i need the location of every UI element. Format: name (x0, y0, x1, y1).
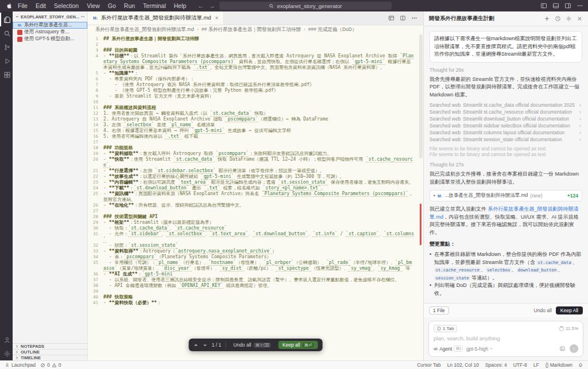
thought-duration[interactable]: Thought for 26s (430, 67, 582, 73)
launchpad-item[interactable]: Launchpad (5, 362, 36, 368)
editor-scrollbar[interactable] (418, 34, 423, 360)
toggle-left-sidebar-icon[interactable] (540, 2, 547, 9)
explorer-section-header[interactable]: OUTLINE (13, 349, 87, 355)
chat-close-icon[interactable] (577, 15, 583, 22)
searched-web-label: Searched web (430, 102, 461, 108)
problems-item[interactable]: 0 0 (40, 362, 61, 368)
status-bar-left: Launchpad 0 0 (5, 362, 61, 368)
web-search-item[interactable]: Searched web Streamlit st.cache_data off… (430, 102, 582, 108)
infinity-icon: ∞ (434, 345, 438, 352)
editor-line: 24 - **下載**：`st.download_button` 產出 `.tx… (88, 185, 423, 191)
explorer-section-header[interactable]: TIMELINE (13, 355, 87, 360)
highlight-text: 在專案根目錄新增 Markdown，整合你提供的兩份 PDF 作為內部知識庫，並… (434, 251, 582, 282)
file-item[interactable]: 使用 Astroquery 查... (13, 29, 87, 36)
status-bar-item[interactable]: UTF-8 (513, 362, 527, 368)
menu-item[interactable]: Selection (50, 2, 83, 9)
settings-gear-icon[interactable] (0, 347, 13, 360)
chat-conversation[interactable]: 請根據以下需求產生一個markdown檔案說明開發規劃並列出工項待辦清單，先不要… (424, 26, 588, 303)
attach-image-icon[interactable] (559, 345, 566, 352)
editor-line: 1 ## 系外行星故事產生器｜開發規劃與工項待辦 (88, 36, 423, 42)
status-bar-item[interactable]: Spaces: 4 (485, 362, 507, 368)
line-number: 4 (88, 53, 103, 71)
editor-tab[interactable]: M↓ 系外行星故事產生器_開發規劃與待辦清單.md × (88, 11, 224, 25)
status-bar-right: Cursor TabLn 102, Col 10Spaces: 4UTF-8LF… (417, 362, 572, 368)
history-forward-button[interactable]: → (208, 2, 216, 9)
web-search-item[interactable]: Searched web Streamlit session_state off… (430, 136, 582, 143)
input-action-icons: ↑ (559, 344, 578, 353)
model-selector[interactable]: gpt-5-high (466, 346, 493, 352)
web-search-item[interactable]: Searched web Streamlit columns layout of… (430, 129, 582, 136)
menu-item[interactable]: View (83, 2, 104, 9)
split-editor-icon[interactable] (400, 15, 406, 21)
menu-bar: FileEditSelectionViewGoRunTerminalHelp ←… (0, 0, 588, 11)
source-control-activity-icon[interactable] (0, 40, 13, 54)
apple-menu-icon[interactable] (5, 2, 14, 9)
editor-line: 4 - **目標**：以 Streamlit 製作「系外行星故事產生器」網頁應用… (88, 53, 423, 71)
more-actions-icon[interactable] (577, 2, 583, 9)
breadcrumb-segment[interactable]: ## 系外行星故事產生器｜開發規劃與工項待辦 (194, 26, 301, 33)
agent-mode-selector[interactable]: ∞ Agent ⌘I (434, 345, 463, 352)
chat-settings-gear-icon[interactable] (566, 15, 572, 22)
line-number: 1 (88, 36, 103, 42)
toggle-bottom-panel-icon[interactable] (552, 2, 559, 9)
status-bar-item[interactable]: LF (533, 362, 539, 368)
menu-item[interactable]: Help (170, 2, 191, 9)
web-search-item[interactable]: Searched web Streamlit st.cache_resource… (430, 108, 582, 115)
search-activity-icon[interactable] (0, 26, 13, 40)
open-preview-icon[interactable] (388, 15, 394, 21)
toggle-right-sidebar-icon[interactable] (564, 2, 571, 9)
workspace-search-text: exoplanet_story_generator (277, 3, 342, 9)
history-back-button[interactable]: ← (196, 2, 205, 9)
status-bar-item[interactable]: Ln 102, Col 10 (447, 362, 479, 368)
changed-files-pill[interactable]: 1 File (429, 306, 449, 314)
web-search-item[interactable]: Searched web Streamlit sidebar selectbox… (430, 122, 582, 129)
editor-line: 36 - **AI 生成**：`gpt-5-mini` (88, 271, 423, 277)
breadcrumb-segment[interactable]: 系外行星故事產生器_開發規劃與待辦清單.md (95, 26, 194, 33)
explorer-activity-icon[interactable] (0, 13, 13, 26)
chat-input-box[interactable]: 1 Tab 11.5% plan, search, build anything… (428, 321, 583, 357)
new-chat-plus-icon[interactable] (544, 15, 550, 22)
menu-item[interactable]: File (14, 2, 32, 9)
line-number: 9 (88, 94, 103, 99)
account-icon[interactable] (0, 333, 13, 347)
thought-duration[interactable]: Thought for 27s (430, 162, 582, 168)
web-search-item[interactable]: Searched web Streamlit download_button o… (430, 115, 582, 122)
status-bar-item[interactable]: {} Markdown (546, 362, 572, 368)
file-item[interactable]: 使用 GPT-5 模型自動... (13, 36, 87, 42)
explorer-root-header[interactable]: EXOPLANET_STORY_GEN... (13, 11, 87, 22)
line-text: - 專案資料夾內 PDF（僅作內部參考）： (103, 76, 423, 82)
scrollbar-thumb[interactable] (419, 34, 423, 158)
file-item[interactable]: 系外行星故事產生器... (13, 22, 87, 29)
menu-item[interactable]: Run (120, 2, 139, 9)
menu-item[interactable]: Edit (32, 2, 50, 9)
prev-change-icon[interactable] (194, 343, 199, 348)
file-context-icon (437, 327, 441, 331)
chat-history-icon[interactable] (555, 15, 561, 22)
extensions-activity-icon[interactable] (0, 68, 13, 81)
status-bar-item[interactable]: Cursor Tab (417, 362, 440, 368)
chat-input-placeholder[interactable]: plan, search, build anything (434, 335, 578, 341)
keep-all-button[interactable]: Keep all ⌘⏎ (278, 341, 318, 349)
workspace-search-box[interactable]: exoplanet_story_generator (219, 2, 392, 10)
explorer-more-icon[interactable] (80, 14, 85, 19)
notifications-bell-icon[interactable] (578, 362, 583, 368)
undo-all-button[interactable]: Undo all ⌘⇧⌫ (230, 341, 274, 348)
menu-item[interactable]: Terminal (139, 2, 170, 9)
send-message-button[interactable]: ↑ (570, 344, 578, 353)
next-change-icon[interactable] (203, 343, 208, 348)
ai-chat-panel: 開發系外行星故事產生計劃 請根據以下需求產生一個markdown檔案說明開發規劃… (423, 11, 588, 360)
breadcrumb[interactable]: 系外行星故事產生器_開發規劃與待辦清單.md## 系外行星故事產生器｜開發規劃與… (88, 25, 423, 34)
editor-more-icon[interactable] (411, 15, 417, 21)
context-tab-pill[interactable]: 1 Tab (434, 325, 457, 332)
chat-tab-title[interactable]: 開發系外行星故事產生計劃 (429, 15, 494, 22)
undo-all-files-button[interactable]: Undo all (534, 308, 552, 313)
editor-content-area[interactable]: 1 ## 系外行星故事產生器｜開發規劃與工項待辦 2 3 ### 目的與範圍 (88, 34, 423, 360)
line-text: - **在地化**：所有標題、提示、按鈕與錯誤訊息為台灣繁體中文。 (103, 203, 423, 208)
explorer-section-header[interactable]: NOTEPADS (13, 343, 87, 349)
created-file-chip[interactable]: • M↓ ...故事產生器_開發規劃與待辦清單.md (new) +124 (430, 190, 582, 201)
breadcrumb-segment[interactable]: ### 完成定義（DoD） (301, 26, 357, 33)
menu-item[interactable]: Go (104, 2, 120, 9)
keep-all-files-button[interactable]: Keep All (556, 306, 583, 314)
tab-close-icon[interactable]: × (214, 15, 219, 21)
run-debug-activity-icon[interactable] (0, 54, 13, 68)
